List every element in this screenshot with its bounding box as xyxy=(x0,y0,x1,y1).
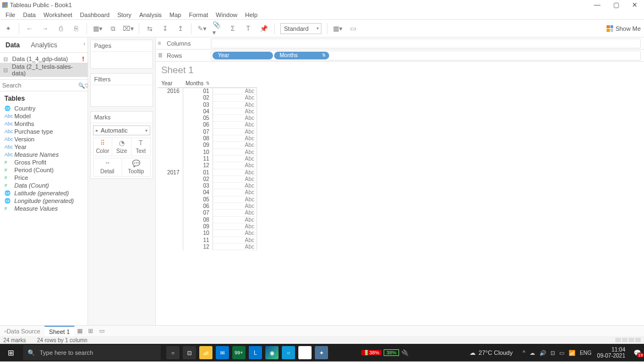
marks-type-select[interactable]: ▸ Automatic xyxy=(93,125,150,135)
table-row[interactable]: 02Abc xyxy=(158,176,644,183)
sort-asc-button[interactable]: ↧ xyxy=(160,24,170,34)
pill-year[interactable]: Year xyxy=(212,52,273,59)
new-story-button[interactable]: ▭ xyxy=(96,327,107,334)
new-dashboard-button[interactable]: ⊞ xyxy=(85,327,96,334)
weather-widget[interactable]: ☁ 27°C Cloudy xyxy=(470,349,517,356)
view-switcher[interactable] xyxy=(615,338,641,342)
cortana-button[interactable]: ⊡ xyxy=(183,346,196,359)
table-row[interactable]: 04Abc xyxy=(158,189,644,196)
field-item[interactable]: 🌐Latitude (generated) xyxy=(0,189,88,197)
table-row[interactable]: 03Abc xyxy=(158,102,644,108)
search-input[interactable] xyxy=(2,80,78,90)
minimize-button[interactable]: — xyxy=(588,0,607,10)
tray-volume-icon[interactable]: 🔊 xyxy=(539,350,546,356)
pill-months[interactable]: Months xyxy=(274,52,329,59)
task-view-button[interactable]: ○ xyxy=(166,346,179,359)
table-row[interactable]: 09Abc xyxy=(158,223,644,230)
tab-data-source[interactable]: ▫ Data Source xyxy=(0,326,45,336)
show-me-button[interactable]: Show Me xyxy=(607,25,641,32)
marks-detail[interactable]: ⠒Detail xyxy=(93,158,122,177)
sort-desc-button[interactable]: ↥ xyxy=(176,24,185,34)
table-row[interactable]: 09Abc xyxy=(158,142,644,149)
table-row[interactable]: 12Abc xyxy=(158,162,644,169)
mail-button[interactable]: ✉ xyxy=(216,346,229,359)
close-button[interactable]: ✕ xyxy=(625,0,644,10)
data-source-item[interactable]: ⊟Data (2_1_tesla-sales-data) xyxy=(0,63,88,77)
field-item[interactable]: #Gross Profit xyxy=(0,158,88,166)
labels-button[interactable]: T xyxy=(243,24,253,34)
menu-analysis[interactable]: Analysis xyxy=(136,12,165,18)
data-source-item[interactable]: ⊟Data (1_4_gdp-data)! xyxy=(0,55,88,63)
duplicate-button[interactable]: ⧉ xyxy=(108,24,118,34)
tableau-button[interactable]: ✦ xyxy=(315,346,328,359)
new-data-button[interactable]: ⎘ xyxy=(71,24,81,34)
highlight-button[interactable]: ✎▾ xyxy=(197,24,207,34)
tab-analytics[interactable]: Analytics xyxy=(25,37,63,52)
edge-button[interactable]: ◉ xyxy=(265,346,279,359)
taskbar-search[interactable]: 🔍 Type here to search xyxy=(23,345,161,360)
field-item[interactable]: #Period (Count) xyxy=(0,166,88,174)
field-item[interactable]: AbcMonths xyxy=(0,120,88,128)
table-row[interactable]: 201601Abc xyxy=(158,88,644,95)
columns-shelf[interactable] xyxy=(211,39,641,48)
marks-text[interactable]: TText xyxy=(131,138,151,156)
field-item[interactable]: AbcModel xyxy=(0,112,88,120)
table-row[interactable]: 08Abc xyxy=(158,217,644,223)
tableau-icon[interactable]: ✦ xyxy=(3,24,13,34)
field-item[interactable]: #Measure Values xyxy=(0,205,88,212)
menu-worksheet[interactable]: Worksheet xyxy=(40,12,75,18)
table-row[interactable]: 08Abc xyxy=(158,135,644,142)
swap-button[interactable]: ⇆ xyxy=(145,24,155,34)
table-row[interactable]: 05Abc xyxy=(158,115,644,122)
start-button[interactable]: ⊞ xyxy=(0,348,22,357)
tab-data[interactable]: Data xyxy=(0,37,25,52)
clear-button[interactable]: ⌧▾ xyxy=(123,24,133,34)
table-row[interactable]: 11Abc xyxy=(158,156,644,162)
taskbar-clock[interactable]: 11:04 09-07-2021 xyxy=(597,347,631,359)
rows-shelf[interactable]: Year Months xyxy=(211,51,641,61)
field-item[interactable]: #Data (Count) xyxy=(0,182,88,189)
tray-wifi-icon[interactable]: 📶 xyxy=(569,350,575,356)
fit-select[interactable]: Standard xyxy=(280,23,321,34)
search-icon[interactable]: 🔍 xyxy=(78,83,85,89)
marks-color[interactable]: ⠿Color xyxy=(93,138,113,156)
table-row[interactable]: 12Abc xyxy=(158,244,644,250)
pages-shelf[interactable] xyxy=(91,52,152,68)
present-button[interactable]: ▭ xyxy=(348,24,358,34)
menu-help[interactable]: Help xyxy=(242,12,261,18)
tray-onedrive-icon[interactable]: ☁ xyxy=(530,350,535,356)
table-row[interactable]: 06Abc xyxy=(158,122,644,128)
table-row[interactable]: 05Abc xyxy=(158,196,644,203)
tray-up-icon[interactable]: ^ xyxy=(522,350,525,356)
table-row[interactable]: 06Abc xyxy=(158,203,644,210)
app-button-2[interactable]: ○ xyxy=(282,346,295,359)
table-row[interactable]: 07Abc xyxy=(158,210,644,216)
marks-tooltip[interactable]: 💬Tooltip xyxy=(122,158,151,177)
collapse-pane-icon[interactable]: ‹ xyxy=(84,41,85,47)
field-item[interactable]: AbcVersion xyxy=(0,135,88,143)
menu-file[interactable]: File xyxy=(2,12,19,18)
table-row[interactable]: 03Abc xyxy=(158,183,644,189)
menu-data[interactable]: Data xyxy=(20,12,39,18)
header-months[interactable]: Months⇅ xyxy=(183,79,213,88)
maximize-button[interactable]: ▢ xyxy=(607,0,625,10)
new-sheet-button[interactable]: ▦ xyxy=(74,327,85,334)
filters-shelf[interactable] xyxy=(91,85,152,106)
header-year[interactable]: Year xyxy=(158,79,183,88)
field-item[interactable]: AbcYear xyxy=(0,143,88,151)
pin-button[interactable]: 📌 xyxy=(259,24,269,34)
forward-button[interactable]: → xyxy=(40,24,50,34)
field-item[interactable]: 🌐Longitude (generated) xyxy=(0,197,88,205)
app-button-1[interactable]: L xyxy=(249,346,262,359)
chrome-button[interactable]: ◎ xyxy=(298,346,312,359)
menu-window[interactable]: Window xyxy=(212,12,241,18)
save-button[interactable]: ⎙ xyxy=(56,24,66,34)
table-row[interactable]: 02Abc xyxy=(158,95,644,101)
group-button[interactable]: 📎▾ xyxy=(212,24,222,34)
sheet-title[interactable]: Sheet 1 xyxy=(156,62,644,79)
table-row[interactable]: 10Abc xyxy=(158,230,644,237)
table-row[interactable]: 10Abc xyxy=(158,149,644,156)
tab-sheet1[interactable]: Sheet 1 xyxy=(45,326,74,336)
notification-button[interactable]: 💬19 xyxy=(631,349,644,356)
notif-badge[interactable]: 99+ xyxy=(232,346,245,359)
